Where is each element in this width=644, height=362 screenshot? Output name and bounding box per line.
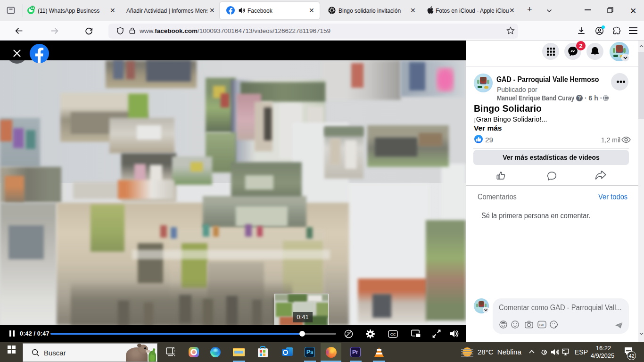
svg-text:CC: CC <box>390 332 396 337</box>
svg-text:GIF: GIF <box>539 323 545 327</box>
